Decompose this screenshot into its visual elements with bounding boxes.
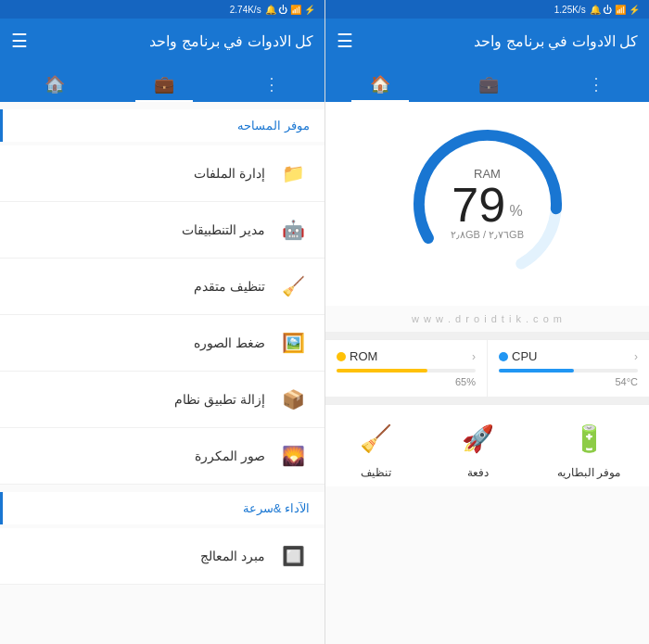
right-content-area: RAM 79 % ٢٫٨GB / ٢٫٧٦GB w w w . d r o i … — [325, 102, 649, 644]
right-briefcase-icon: 💼 — [478, 74, 499, 95]
right-status-bar: 1.25K/s 🔔 ⏻ 📶 ⚡ — [325, 0, 649, 19]
duplicate-images-label: صور المكررة — [15, 448, 265, 463]
left-app-title: كل الادوات في برنامج واحد — [35, 32, 313, 50]
right-top-bar: ☰ كل الادوات في برنامج واحد — [325, 19, 649, 63]
stat-cpu-header: CPU › — [499, 349, 638, 363]
right-phone-panel: 1.25K/s 🔔 ⏻ 📶 ⚡ ☰ كل الادوات في برنامج و… — [324, 0, 649, 644]
home-icon: 🏠 — [45, 74, 65, 95]
stat-cell-cpu[interactable]: CPU › 54°C — [488, 340, 649, 397]
right-speed: 1.25K/s — [554, 5, 586, 15]
right-tab-briefcase[interactable]: 💼 — [460, 67, 517, 102]
rom-arrow: › — [472, 350, 476, 363]
right-more-icon: ⋮ — [588, 74, 604, 95]
rom-bar-bg — [337, 369, 476, 373]
battery-icon: 🔋 — [566, 416, 611, 461]
action-boost[interactable]: 🚀 دفعة — [455, 416, 500, 479]
section-header-space: موفر المساحه — [0, 109, 324, 142]
cpu-cooler-label: مبرد المعالج — [15, 549, 265, 563]
right-app-title: كل الادوات في برنامج واحد — [361, 32, 638, 50]
remove-system-label: إزالة تطبيق نظام — [15, 392, 265, 407]
remove-system-icon: 📦 — [276, 383, 310, 416]
watermark: w w w . d r o i d t i k . c o m — [325, 306, 649, 332]
advanced-clean-label: تنظيف متقدم — [15, 279, 265, 294]
left-status-bar: 2.74K/s 🔔 ⏻ 📶 ⚡ — [0, 0, 324, 19]
stat-rom-label-row: ROM — [337, 349, 377, 363]
right-menu-icon[interactable]: ☰ — [337, 30, 353, 52]
battery-label: موفر البطاريه — [557, 466, 620, 479]
left-tab-home[interactable]: 🏠 — [26, 67, 83, 102]
left-tab-briefcase[interactable]: 💼 — [135, 67, 193, 102]
rom-dot — [337, 352, 346, 361]
left-tab-more[interactable]: ⋮ — [245, 67, 299, 102]
ram-value: 79 — [452, 178, 505, 232]
rom-bar-fill — [337, 369, 427, 373]
cpu-value: 54°C — [499, 376, 638, 387]
more-icon: ⋮ — [263, 74, 280, 95]
cpu-arrow: › — [634, 350, 638, 363]
left-top-bar: ☰ كل الادوات في برنامج واحد — [0, 19, 324, 63]
left-menu-icon[interactable]: ☰ — [11, 30, 28, 52]
ram-sub: ٢٫٨GB / ٢٫٧٦GB — [451, 229, 524, 241]
briefcase-icon: 💼 — [154, 74, 174, 95]
cpu-bar-bg — [499, 369, 638, 373]
left-speed: 2.74K/s — [230, 5, 261, 15]
clean-icon: 🧹 — [354, 416, 399, 461]
menu-item-image-compress[interactable]: 🖼️ ضغط الصوره — [0, 315, 324, 372]
right-status-icons: 🔔 ⏻ 📶 ⚡ — [590, 5, 640, 15]
menu-item-advanced-clean[interactable]: 🧹 تنظيف متقدم — [0, 259, 324, 315]
stat-cell-rom[interactable]: ROM › 65% — [325, 340, 488, 397]
action-clean[interactable]: 🧹 تنظيف — [354, 416, 399, 479]
action-battery[interactable]: 🔋 موفر البطاريه — [557, 416, 620, 479]
menu-item-cpu-cooler[interactable]: 🔲 مبرد المعالج — [0, 528, 324, 585]
app-manager-label: مدير التنطبيقات — [15, 222, 265, 237]
left-status-icons: 🔔 ⏻ 📶 ⚡ — [265, 5, 315, 15]
menu-item-duplicate-images[interactable]: 🌄 صور المكررة — [0, 428, 324, 485]
image-compress-label: ضغط الصوره — [15, 335, 265, 350]
left-nav-tabs: 🏠 💼 ⋮ — [0, 63, 324, 102]
right-tab-more[interactable]: ⋮ — [569, 67, 623, 102]
file-manager-icon: 📁 — [276, 157, 310, 190]
ram-gauge: RAM 79 % ٢٫٨GB / ٢٫٧٦GB — [404, 120, 571, 287]
app-manager-icon: 🤖 — [276, 213, 310, 246]
ram-section: RAM 79 % ٢٫٨GB / ٢٫٧٦GB — [325, 102, 649, 306]
menu-item-remove-system[interactable]: 📦 إزالة تطبيق نظام — [0, 372, 324, 428]
ram-value-row: 79 % — [451, 181, 524, 229]
advanced-clean-icon: 🧹 — [276, 270, 310, 303]
stats-row: ROM › 65% CPU › — [325, 339, 649, 397]
divider — [325, 332, 649, 339]
clean-label: تنظيف — [361, 466, 391, 479]
left-content-area: موفر المساحه 📁 إدارة الملفات 🤖 مدير التن… — [0, 102, 324, 644]
menu-item-file-manager[interactable]: 📁 إدارة الملفات — [0, 145, 324, 202]
rom-value: 65% — [337, 376, 476, 387]
cpu-dot — [499, 352, 508, 361]
file-manager-label: إدارة الملفات — [15, 166, 265, 181]
bottom-actions: 🧹 تنظيف 🚀 دفعة 🔋 موفر البطاريه — [325, 404, 649, 486]
right-tab-home[interactable]: 🏠 — [351, 67, 409, 102]
boost-label: دفعة — [467, 466, 489, 479]
menu-item-app-manager[interactable]: 🤖 مدير التنطبيقات — [0, 202, 324, 259]
rom-label: ROM — [350, 349, 377, 363]
divider2 — [325, 397, 649, 404]
cpu-cooler-icon: 🔲 — [276, 539, 310, 573]
cpu-label: CPU — [512, 349, 537, 363]
ram-percent: % — [510, 203, 523, 219]
duplicate-images-icon: 🌄 — [276, 439, 310, 473]
left-phone-panel: 2.74K/s 🔔 ⏻ 📶 ⚡ ☰ كل الادوات في برنامج و… — [0, 0, 324, 644]
stat-rom-header: ROM › — [337, 349, 476, 363]
section-header-performance: الآداء &سرعة — [0, 492, 324, 524]
right-home-icon: 🏠 — [370, 74, 390, 95]
image-compress-icon: 🖼️ — [276, 326, 310, 360]
cpu-bar-fill — [499, 369, 574, 373]
right-nav-tabs: 🏠 💼 ⋮ — [325, 63, 649, 102]
boost-icon: 🚀 — [455, 416, 500, 461]
stat-cpu-label-row: CPU — [499, 349, 537, 363]
gauge-center: RAM 79 % ٢٫٨GB / ٢٫٧٦GB — [451, 167, 524, 241]
